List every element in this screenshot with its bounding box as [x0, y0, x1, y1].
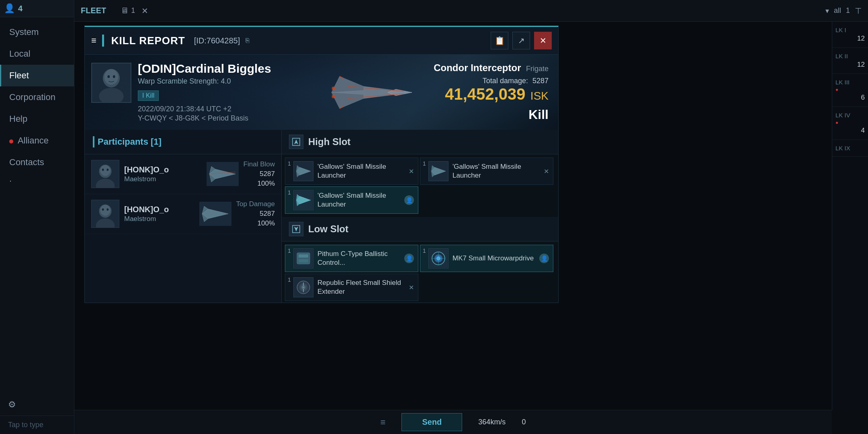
- low-slot-title: Low Slot: [308, 223, 348, 235]
- sidebar-item-local[interactable]: Local: [0, 43, 74, 65]
- item-close-icon[interactable]: ✕: [409, 284, 414, 291]
- speed-label: 364km/s: [478, 418, 506, 426]
- sidebar-item-contacts[interactable]: Contacts: [0, 151, 74, 173]
- participant-stats-2: Top Damage 5287 100%: [236, 200, 275, 227]
- list-item[interactable]: 1 'Gallows' Small Missile Launcher ✕: [285, 158, 418, 185]
- svg-point-21: [106, 168, 108, 171]
- sidebar-item-alliance[interactable]: Alliance: [0, 130, 74, 151]
- monitor-tab[interactable]: 🖥 1: [121, 6, 135, 15]
- low-slot-items: 1 Pithum C-Type Ballistic Control... 👤: [282, 242, 558, 303]
- list-item[interactable]: 1 MK7 Small Microwarpdrive: [420, 245, 553, 272]
- person-icon: 👤: [404, 195, 414, 205]
- alliance-dot-icon: [9, 139, 13, 143]
- kill-info: [ODIN]Cardinal Biggles Warp Scramble Str…: [138, 55, 303, 130]
- sidebar-item-system[interactable]: System: [0, 21, 74, 43]
- list-item[interactable]: 1 Pithum C-Type Ballistic Control... 👤: [285, 245, 418, 272]
- channel-lk1[interactable]: LK I 12: [832, 22, 868, 48]
- settings-button[interactable]: ⚙: [0, 394, 74, 416]
- bottom-menu-icon[interactable]: ≡: [381, 417, 386, 428]
- zero-label: 0: [522, 418, 526, 426]
- channel-badge-lk1: 12: [835, 35, 865, 43]
- fleet-label: FLEET: [81, 6, 106, 15]
- participant-name-1: [HONK]O_o: [124, 165, 202, 174]
- svg-marker-50: [294, 227, 298, 231]
- sidebar-item-corporation[interactable]: Corporation: [0, 86, 74, 108]
- filter-all-label[interactable]: all: [834, 6, 841, 15]
- list-item[interactable]: 1 Republic Fl: [285, 274, 418, 301]
- modal-content: Participants [1]: [85, 130, 558, 303]
- participants-panel: Participants [1]: [85, 130, 282, 303]
- kill-badge: I Kill: [138, 90, 159, 101]
- item-icon: [428, 248, 448, 268]
- list-item[interactable]: 1 'Gallows' Small Missile Launcher ✕: [420, 158, 553, 185]
- ship-type-label: Condor Interceptor: [434, 62, 521, 73]
- sidebar-label-system: System: [9, 27, 39, 37]
- teal-accent: [102, 35, 104, 47]
- sidebar-label-contacts: Contacts: [9, 157, 44, 167]
- high-slot-items: 1 'Gallows' Small Missile Launcher ✕: [282, 154, 558, 217]
- high-slot-header: High Slot: [282, 130, 558, 154]
- item-close-icon[interactable]: ✕: [409, 168, 414, 175]
- item-icon: [428, 161, 448, 181]
- svg-rect-54: [299, 259, 308, 262]
- isk-value-line: 41,452,039 ISK: [434, 85, 549, 103]
- participant-info-1: [HONK]O_o Maelstrom: [124, 165, 202, 183]
- participant-stats-1: Final Blow 5287 100%: [244, 160, 275, 188]
- tap-to-type-label[interactable]: Tap to type: [0, 416, 74, 434]
- channel-label-lk9: LK IX: [835, 145, 865, 151]
- share-button[interactable]: ↗: [512, 32, 530, 49]
- copy-id-icon[interactable]: ⎘: [246, 37, 250, 44]
- participant-row[interactable]: [HONK]O_o Maelstrom Final Blow 528: [85, 154, 281, 194]
- svg-marker-8: [332, 92, 364, 108]
- item-qty: 1: [288, 248, 291, 254]
- item-name: 'Gallows' Small Missile Launcher: [317, 162, 405, 180]
- sidebar-item-fleet[interactable]: Fleet: [0, 65, 74, 86]
- participant-ship-1: Maelstrom: [124, 175, 202, 183]
- sidebar-item-help[interactable]: Help: [0, 108, 74, 130]
- item-close-icon[interactable]: ✕: [544, 168, 549, 175]
- clipboard-button[interactable]: 📋: [491, 32, 508, 49]
- participants-header: Participants [1]: [85, 130, 281, 154]
- tab-close-icon[interactable]: ✕: [141, 6, 148, 16]
- item-qty: 1: [423, 160, 426, 167]
- item-name: Republic Fleet Small Shield Extender: [317, 278, 405, 296]
- item-name: Pithum C-Type Ballistic Control...: [317, 250, 400, 267]
- participant-avatar-1: [91, 160, 119, 188]
- svg-point-11: [332, 95, 335, 98]
- sidebar-top: 👤 4: [0, 0, 74, 17]
- close-button[interactable]: ✕: [534, 32, 552, 49]
- high-slot-title: High Slot: [308, 136, 350, 147]
- modal-title: KILL REPORT: [111, 35, 185, 47]
- send-button[interactable]: Send: [401, 413, 462, 431]
- channel-label-lk2: LK II: [835, 53, 865, 59]
- channel-lk9[interactable]: LK IX: [832, 140, 868, 157]
- channel-lk4[interactable]: LK IV ● 4: [832, 107, 868, 140]
- pilot-sub: Warp Scramble Strength: 4.0: [138, 77, 303, 86]
- channel-lk2[interactable]: LK II 12: [832, 48, 868, 74]
- participant-row[interactable]: [HONK]O_o Maelstrom Top Damage 5287 1: [85, 194, 281, 234]
- filter-funnel-icon[interactable]: ⊤: [855, 6, 862, 16]
- person-icon: 👤: [539, 254, 549, 263]
- low-slot-icon: [289, 222, 303, 236]
- topbar: FLEET 🖥 1 ✕ ▾ all 1 ⊤: [74, 0, 868, 22]
- svg-rect-53: [299, 254, 308, 258]
- svg-marker-7: [332, 76, 364, 92]
- top-damage-pct: 100%: [258, 219, 275, 227]
- main-area: ≡ KILL REPORT [ID:7604285] ⎘ 📋 ↗ ✕: [74, 22, 832, 410]
- top-damage-label: Top Damage: [236, 200, 275, 208]
- person-icon: 👤: [404, 254, 414, 263]
- channel-lk3[interactable]: LK III ● 6: [832, 74, 868, 107]
- kill-report-modal: ≡ KILL REPORT [ID:7604285] ⎘ 📋 ↗ ✕: [84, 26, 559, 303]
- kill-location: Y-CWQY < J8-G8K < Period Basis: [138, 114, 303, 123]
- item-qty: 1: [288, 276, 291, 283]
- participant-name-2: [HONK]O_o: [124, 205, 194, 214]
- filter-icon: ▾: [825, 6, 829, 15]
- modal-menu-button[interactable]: ≡: [91, 35, 96, 46]
- item-icon: [293, 277, 313, 297]
- item-qty: 1: [288, 189, 291, 196]
- list-item[interactable]: 1 'Gallows' Small Missile Launcher 👤: [285, 186, 418, 214]
- final-blow-damage: 5287: [260, 170, 275, 178]
- sidebar-label-fleet: Fleet: [9, 70, 29, 80]
- bottom-bar: ≡ Send 364km/s 0: [74, 410, 832, 434]
- svg-point-19: [100, 165, 110, 176]
